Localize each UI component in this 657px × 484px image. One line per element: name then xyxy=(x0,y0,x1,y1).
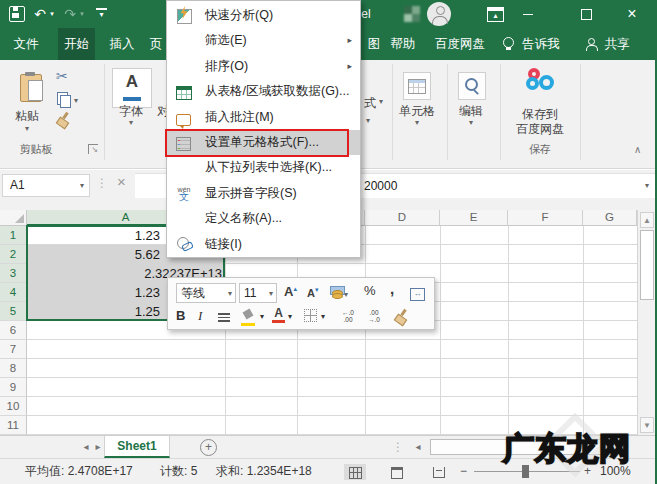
row-header-3[interactable]: 3 xyxy=(0,264,27,283)
column-header-D[interactable]: D xyxy=(365,210,440,226)
merge-center-icon[interactable]: ↔ xyxy=(410,285,425,301)
cell-A4-value[interactable]: 1.23 xyxy=(27,283,160,302)
menu-item-show-phonetic[interactable]: wén文 显示拼音字段(S) xyxy=(167,181,360,206)
undo-icon[interactable]: ↶ xyxy=(32,0,48,28)
row-header-6[interactable]: 6 xyxy=(0,321,27,340)
menu-item-sort[interactable]: 排序(O) ▸ xyxy=(167,54,360,79)
tab-tell-me[interactable]: 告诉我 xyxy=(519,28,563,60)
new-sheet-icon[interactable]: + xyxy=(200,439,217,456)
scroll-down-icon[interactable]: ▼ xyxy=(640,417,654,433)
cell-A1-value[interactable]: 1.23 xyxy=(27,226,160,245)
style-dropdown-icon[interactable]: ▾ xyxy=(379,97,383,106)
sheet-nav-left-icon[interactable]: ◂ xyxy=(80,436,92,458)
collapse-ribbon-icon[interactable]: ∧ xyxy=(634,144,641,155)
bold-icon[interactable]: B xyxy=(176,308,185,323)
percent-style-icon[interactable]: % xyxy=(364,283,376,298)
zoom-out-icon[interactable]: − xyxy=(460,459,467,484)
copy-icon[interactable] xyxy=(57,92,68,105)
normal-view-icon[interactable] xyxy=(344,464,366,480)
format-painter-icon[interactable] xyxy=(56,112,70,126)
cancel-icon[interactable]: × xyxy=(117,173,126,190)
row-header-10[interactable]: 10 xyxy=(0,397,27,416)
minimize-button[interactable] xyxy=(512,0,544,28)
editing-button[interactable] xyxy=(458,72,486,100)
italic-icon[interactable]: I xyxy=(198,308,202,324)
cut-icon[interactable]: ✂ xyxy=(56,68,68,84)
row-header-2[interactable]: 2 xyxy=(0,245,27,264)
cell-A5-value[interactable]: 1.25 xyxy=(27,302,160,321)
menu-item-filter[interactable]: 筛选(E) ▸ xyxy=(167,28,360,53)
dropdown-icon[interactable]: ▾ xyxy=(228,284,232,303)
redo-dropdown-icon[interactable]: ▾ xyxy=(78,0,86,28)
page-layout-view-icon[interactable] xyxy=(386,464,408,480)
menu-item-quick-analysis[interactable]: 快速分析(Q) xyxy=(167,3,360,28)
borders-icon[interactable] xyxy=(304,309,317,325)
tab-view-fragment[interactable]: 图 xyxy=(366,28,382,60)
close-button[interactable]: × xyxy=(616,0,648,28)
name-box[interactable]: A1 ▾ xyxy=(2,174,90,197)
cells-button[interactable] xyxy=(403,72,431,100)
vertical-scrollbar[interactable]: ▲ ▼ xyxy=(637,210,655,435)
paste-button[interactable]: 粘贴 ▾ xyxy=(8,66,46,138)
style-dropdown-icon2[interactable]: ▾ xyxy=(366,116,370,125)
center-align-icon[interactable] xyxy=(218,311,230,325)
hscroll-left-icon[interactable]: ◂ xyxy=(412,436,424,458)
vertical-scroll-thumb[interactable] xyxy=(640,230,654,300)
decrease-decimal-icon[interactable]: .00→.0 xyxy=(364,309,384,323)
edit-dropdown-icon[interactable]: ▾ xyxy=(450,118,492,127)
menu-item-get-data-from-range[interactable]: 从表格/区域获取数据(G)... xyxy=(167,79,360,104)
decrease-font-icon[interactable]: A▾ xyxy=(307,286,318,299)
tab-help[interactable]: 帮助 xyxy=(385,28,421,60)
row-header-7[interactable]: 7 xyxy=(0,340,27,359)
menu-item-format-cells[interactable]: 设置单元格格式(F)... xyxy=(167,130,360,155)
formula-expand-icon[interactable]: ▾ xyxy=(645,174,649,198)
tab-home[interactable]: 开始 xyxy=(58,28,95,60)
cell-A2-value[interactable]: 5.62 xyxy=(27,245,160,264)
font-size-combo[interactable]: 11 ▾ xyxy=(239,283,277,303)
save-icon[interactable] xyxy=(9,6,25,22)
increase-font-icon[interactable]: A▴ xyxy=(284,284,297,299)
borders-dropdown-icon[interactable]: ▾ xyxy=(321,312,325,321)
zoom-slider-thumb[interactable] xyxy=(522,465,529,478)
tab-file[interactable]: 文件 xyxy=(6,28,46,60)
redo-icon[interactable]: ↷ xyxy=(62,0,78,28)
font-settings-button[interactable]: A xyxy=(112,68,152,108)
sheet-tab-active[interactable]: Sheet1 xyxy=(104,436,170,458)
increase-decimal-icon[interactable]: ←.0.00 xyxy=(338,309,358,323)
menu-item-link[interactable]: 链接(I) xyxy=(167,232,360,257)
tab-baidu-netdisk[interactable]: 百度网盘 xyxy=(428,28,492,60)
font-color-dropdown-icon[interactable]: ▾ xyxy=(288,312,292,321)
select-all-corner[interactable] xyxy=(0,210,27,226)
fill-color-icon[interactable] xyxy=(241,308,255,326)
splitter-dots-icon[interactable]: ⋮ xyxy=(392,440,404,454)
copy-dropdown-icon[interactable]: ▾ xyxy=(74,96,78,105)
tab-insert[interactable]: 插入 xyxy=(101,28,143,60)
name-box-dropdown-icon[interactable]: ▾ xyxy=(80,175,84,196)
column-header-F[interactable]: F xyxy=(508,210,583,226)
ribbon-display-options-icon[interactable] xyxy=(487,7,504,22)
hscroll-right-icon[interactable]: ▸ xyxy=(620,436,632,458)
share-button[interactable]: 共享 xyxy=(600,28,634,60)
menu-item-insert-comment[interactable]: 插入批注(M) xyxy=(167,105,360,130)
accounting-format-icon[interactable]: ▾ xyxy=(330,285,348,300)
cells-dropdown-icon[interactable]: ▾ xyxy=(396,118,438,127)
comma-style-icon[interactable]: , xyxy=(390,280,394,297)
dropdown-icon[interactable]: ▾ xyxy=(269,284,273,303)
row-header-8[interactable]: 8 xyxy=(0,359,27,378)
row-header-9[interactable]: 9 xyxy=(0,378,27,397)
row-header-5[interactable]: 5 xyxy=(0,302,27,321)
clipboard-dialog-launcher-icon[interactable]: ↘ xyxy=(88,144,98,154)
font-color-icon[interactable]: A xyxy=(272,308,285,323)
page-break-view-icon[interactable] xyxy=(428,464,450,480)
column-header-E[interactable]: E xyxy=(440,210,508,226)
menu-item-pick-from-dropdown[interactable]: 从下拉列表中选择(K)... xyxy=(167,155,360,180)
scroll-up-icon[interactable]: ▲ xyxy=(640,212,654,228)
account-avatar[interactable] xyxy=(427,2,451,26)
row-header-4[interactable]: 4 xyxy=(0,283,27,302)
mini-format-painter-icon[interactable] xyxy=(394,309,408,323)
fill-color-dropdown-icon[interactable]: ▾ xyxy=(260,312,264,321)
font-group-dropdown-icon[interactable]: ▾ xyxy=(112,118,150,127)
menu-item-define-name[interactable]: 定义名称(A)... xyxy=(167,206,360,231)
qat-customize-icon[interactable]: ▾ xyxy=(96,8,107,22)
paste-dropdown-icon[interactable]: ▾ xyxy=(8,124,46,133)
